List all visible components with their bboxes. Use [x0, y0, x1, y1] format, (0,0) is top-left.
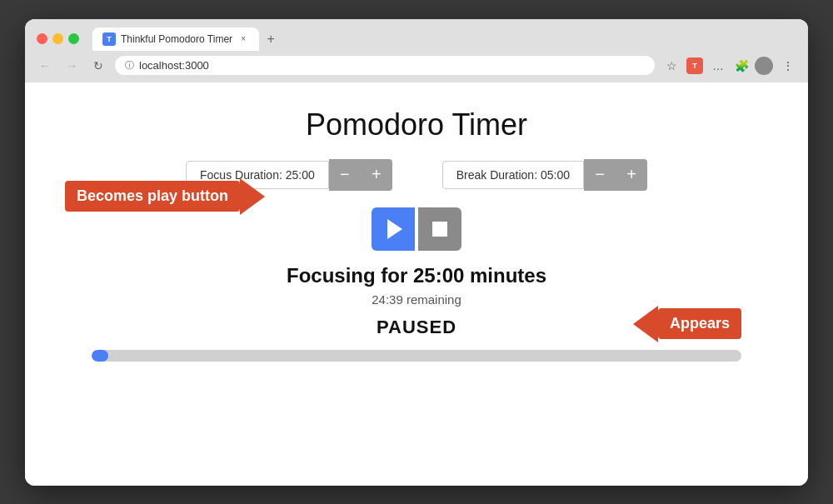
- tab-close-button[interactable]: ×: [237, 33, 249, 45]
- address-bar-row: ← → ↻ ⓘ localhost:3000 ☆ T … 🧩 ⋮: [25, 51, 808, 82]
- arrow-right-icon: [240, 178, 265, 215]
- bookmark-icon[interactable]: ☆: [661, 56, 681, 76]
- maximize-traffic-light[interactable]: [68, 33, 79, 44]
- tab-favicon-icon: T: [102, 32, 116, 46]
- menu-icon[interactable]: ⋮: [778, 56, 798, 76]
- play-button[interactable]: [372, 207, 415, 251]
- annotation-becomes-play: Becomes play button: [65, 178, 265, 215]
- page-title: Pomodoro Timer: [306, 107, 527, 142]
- page-content: Pomodoro Timer Focus Duration: 25:00 − +…: [25, 82, 808, 486]
- break-duration-minus-button[interactable]: −: [584, 159, 616, 191]
- close-traffic-light[interactable]: [37, 33, 47, 44]
- puzzle-icon[interactable]: 🧩: [733, 57, 750, 74]
- lock-icon: ⓘ: [125, 59, 134, 72]
- reload-button[interactable]: ↻: [88, 56, 108, 76]
- tab-bar: T Thinkful Pomodoro Timer × +: [92, 27, 796, 51]
- browser-actions: ☆ T … 🧩 ⋮: [661, 56, 798, 76]
- remaining-text: 24:39 remaining: [372, 292, 461, 307]
- active-tab[interactable]: T Thinkful Pomodoro Timer ×: [92, 27, 259, 51]
- profile-avatar[interactable]: [755, 57, 773, 75]
- extension-icon[interactable]: T: [686, 57, 703, 74]
- break-duration-control: Break Duration: 05:00 − +: [442, 159, 647, 191]
- becomes-play-label: Becomes play button: [65, 181, 240, 212]
- traffic-lights: [37, 33, 79, 44]
- new-tab-button[interactable]: +: [261, 29, 281, 49]
- timer-buttons: [372, 207, 461, 251]
- forward-button[interactable]: →: [62, 56, 82, 76]
- progress-bar-container: [92, 350, 741, 362]
- arrow-left-icon: [633, 306, 658, 342]
- focus-duration-minus-button[interactable]: −: [329, 159, 361, 191]
- stop-icon: [432, 222, 447, 237]
- stop-button[interactable]: [418, 207, 461, 251]
- minimize-traffic-light[interactable]: [52, 33, 63, 44]
- address-bar[interactable]: ⓘ localhost:3000: [115, 56, 655, 75]
- tab-label: Thinkful Pomodoro Timer: [121, 33, 232, 45]
- play-icon: [387, 219, 402, 239]
- more-tools-icon[interactable]: …: [708, 56, 728, 76]
- paused-status-text: PAUSED: [377, 317, 456, 338]
- browser-chrome: T Thinkful Pomodoro Timer × + ← → ↻ ⓘ lo…: [25, 19, 808, 82]
- focus-status-text: Focusing for 25:00 minutes: [287, 264, 546, 287]
- browser-window: T Thinkful Pomodoro Timer × + ← → ↻ ⓘ lo…: [25, 19, 808, 486]
- break-duration-plus-button[interactable]: +: [616, 159, 647, 191]
- break-duration-label: Break Duration: 05:00: [442, 161, 584, 189]
- back-button[interactable]: ←: [35, 56, 55, 76]
- title-bar: T Thinkful Pomodoro Timer × +: [25, 19, 808, 51]
- address-text: localhost:3000: [139, 59, 645, 72]
- progress-bar-fill: [92, 350, 108, 362]
- annotation-appears: Appears: [633, 306, 741, 342]
- focus-duration-plus-button[interactable]: +: [361, 159, 392, 191]
- appears-label: Appears: [658, 308, 741, 339]
